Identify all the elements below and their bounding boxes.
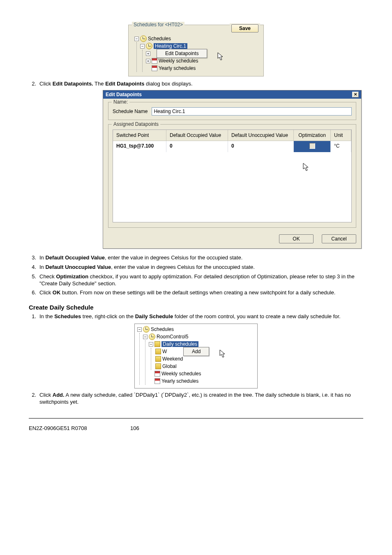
- step-num: 2.: [29, 392, 39, 406]
- tree-item-weekend[interactable]: Weekend: [154, 355, 255, 363]
- text: , enter the value in degrees Celsius for…: [111, 264, 255, 270]
- tree-item-weekly[interactable]: Weekly schedules: [149, 370, 255, 377]
- text-bold: OK: [53, 289, 61, 296]
- cell-point: HG1_tsp@7.100: [113, 141, 166, 152]
- context-menu: Edit Datapoints: [157, 49, 207, 58]
- step-6: 6. Click OK button. From now on these se…: [29, 289, 363, 296]
- footer-page-number: 106: [130, 425, 139, 431]
- text-bold: Edit Datapoints.: [53, 81, 93, 87]
- text: In: [39, 264, 45, 270]
- tree-global-label: Global: [162, 363, 177, 369]
- tree-root[interactable]: − Schedules: [134, 35, 260, 42]
- text-bold: Default Unoccupied Value: [45, 264, 111, 270]
- text-bold: Add.: [53, 392, 65, 398]
- legend-assigned: Assigned Datapoints: [112, 121, 160, 127]
- grid-header: Switched Point Default Occupied Value De…: [113, 130, 351, 141]
- grid-row[interactable]: HG1_tsp@7.100 0 0 °C: [113, 141, 351, 152]
- tree-yearly-label: Yearly schedules: [159, 65, 196, 71]
- col-unoccupied: Default Unoccupied Value: [228, 130, 294, 141]
- folder-icon: [154, 341, 160, 347]
- step-5: 5. Check Optimization checkbox, if you w…: [29, 273, 363, 287]
- schedule-icon: [155, 349, 161, 354]
- expander-minus-icon[interactable]: −: [134, 37, 139, 41]
- clock-icon: [143, 326, 150, 333]
- daily-schedule-tree: − Schedules − RoomControl5 − Daily sched…: [134, 324, 258, 388]
- col-unit: Unit: [331, 130, 351, 141]
- schedule-name-input[interactable]: [152, 107, 352, 116]
- footer-divider: [29, 418, 363, 419]
- tree-item-yearly[interactable]: Yearly schedules: [146, 65, 260, 72]
- step-num: 1.: [29, 313, 39, 320]
- expander-plus-icon[interactable]: +: [146, 51, 150, 56]
- cell-unit: °C: [331, 141, 351, 152]
- tree-root[interactable]: − Schedules: [137, 326, 255, 333]
- dialog-titlebar: Edit Datapoints ✕: [103, 90, 361, 99]
- text: Click: [39, 392, 53, 398]
- close-icon[interactable]: ✕: [352, 92, 359, 97]
- save-button-wrap: Save: [230, 23, 260, 33]
- cancel-button[interactable]: Cancel: [322, 234, 356, 243]
- page: Schedules for <HT02> Save − Schedules −: [0, 0, 392, 444]
- fieldset-name: Name: Schedule Name: [108, 102, 356, 120]
- checkbox-icon[interactable]: [309, 143, 315, 149]
- footer: EN2Z-0906GE51 R0708 106: [29, 425, 363, 431]
- step-3: 3. In Default Occupied Value, enter the …: [29, 254, 363, 261]
- tree-item-global[interactable]: Global: [154, 363, 255, 370]
- tree-w-label: W: [162, 349, 167, 354]
- expander-minus-icon[interactable]: −: [140, 44, 145, 49]
- expander-minus-icon[interactable]: −: [149, 342, 153, 347]
- text-bold: Schedules: [54, 313, 81, 319]
- cursor-icon: [219, 349, 227, 360]
- text: tree, right-click on the: [81, 313, 135, 319]
- edit-datapoints-dialog: Edit Datapoints ✕ Name: Schedule Name As…: [103, 90, 362, 249]
- step-num: 4.: [29, 264, 39, 271]
- tree-room[interactable]: − RoomControl5: [143, 333, 255, 340]
- text-bold: Default Occupied Value: [45, 254, 105, 261]
- step-num: 5.: [29, 273, 39, 287]
- ctx-add[interactable]: Add: [184, 347, 209, 356]
- datapoints-grid: Switched Point Default Occupied Value De…: [113, 130, 352, 222]
- calendar-icon: [152, 65, 157, 71]
- tree-weekly-label: Weekly schedules: [161, 371, 201, 377]
- ok-button[interactable]: OK: [279, 234, 314, 243]
- cell-occupied[interactable]: 0: [166, 141, 228, 152]
- col-occupied: Default Occupied Value: [166, 130, 228, 141]
- save-button[interactable]: Save: [231, 24, 258, 32]
- tree-item-weekly[interactable]: + Weekly schedules: [146, 57, 260, 65]
- schedule-icon: [155, 356, 161, 362]
- step-num: 3.: [29, 254, 39, 261]
- heading-create-daily: Create Daily Schedule: [29, 304, 363, 311]
- fieldset-assigned: Assigned Datapoints Switched Point Defau…: [108, 124, 356, 228]
- panel1-container: Schedules for <HT02> Save − Schedules −: [29, 25, 363, 76]
- ctx-edit-datapoints[interactable]: Edit Datapoints: [157, 49, 207, 58]
- cursor-icon: [303, 163, 310, 173]
- calendar-icon: [152, 58, 157, 64]
- expander-minus-icon[interactable]: −: [137, 327, 142, 332]
- expander-plus-icon[interactable]: +: [146, 59, 150, 63]
- col-optimization: Optimization: [294, 130, 331, 141]
- text-bold: Daily Schedule: [135, 313, 173, 319]
- tree-item-yearly[interactable]: Yearly schedules: [149, 377, 255, 385]
- text: , enter the value in degrees Celsius for…: [105, 254, 242, 261]
- tree-room-label: RoomControl5: [157, 334, 188, 340]
- cell-optimization[interactable]: [294, 141, 331, 152]
- clock-icon: [149, 333, 155, 340]
- tree-root-label: Schedules: [151, 326, 174, 332]
- calendar-icon: [154, 371, 160, 377]
- text: folder of the room control, you want to …: [173, 313, 341, 319]
- step-num: 2.: [29, 81, 39, 88]
- text-bold: Edit Datapoints: [105, 81, 144, 87]
- cell-unoccupied[interactable]: 0: [228, 141, 294, 152]
- create-step-1: 1. In the Schedules tree, right-click on…: [29, 313, 363, 320]
- grid-empty-area: [113, 152, 351, 222]
- text: In: [39, 254, 45, 261]
- expander-minus-icon[interactable]: −: [143, 335, 148, 339]
- step-4: 4. In Default Unoccupied Value, enter th…: [29, 264, 363, 271]
- legend-name: Name:: [112, 99, 129, 105]
- tree: − Schedules − Heating Circ.1 +: [132, 32, 260, 72]
- text: button. From now on these settings will …: [60, 289, 335, 296]
- clock-icon: [140, 35, 147, 42]
- text: A new daily schedule, called ´DPDaily1` …: [39, 392, 351, 405]
- create-step-2: 2. Click Add. A new daily schedule, call…: [29, 392, 363, 406]
- tree-selected-label: Heating Circ.1: [154, 43, 187, 49]
